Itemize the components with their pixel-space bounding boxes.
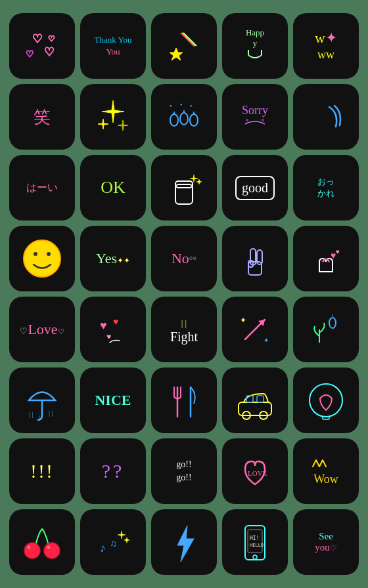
emoji-hai-jp[interactable]: はーい [9, 155, 75, 220]
svg-line-6 [183, 33, 196, 46]
emoji-car[interactable] [222, 368, 288, 433]
emoji-heart-light[interactable] [293, 368, 359, 433]
emoji-hearts-fly[interactable]: ♥ ♥ ♥ [80, 297, 146, 362]
emoji-laugh-jp[interactable]: 笑 [9, 84, 75, 150]
emoji-grid: ♡ ♡ ♡ ♡ Thank You You Happ y [0, 3, 368, 585]
svg-text:•: • [190, 102, 193, 110]
emoji-water-squirt[interactable] [293, 84, 359, 150]
good-text: good [235, 176, 275, 200]
svg-text:✦: ✦ [240, 316, 246, 325]
svg-point-41 [329, 318, 336, 328]
emoji-fork-knife[interactable] [151, 368, 217, 433]
svg-point-56 [310, 384, 342, 417]
emoji-music-sparkle[interactable]: ♪ ♫ [80, 509, 146, 575]
emoji-gogo[interactable]: go!!go!! [151, 438, 217, 504]
emoji-fist-sparkle[interactable] [151, 155, 217, 220]
emoji-sorry[interactable]: Sorry [222, 84, 288, 150]
svg-marker-10 [102, 100, 124, 123]
sorry-text: Sorry [242, 104, 268, 117]
svg-marker-12 [118, 120, 128, 131]
svg-marker-65 [118, 531, 126, 539]
svg-text:♥: ♥ [100, 319, 107, 332]
exclaim-text: !!! [30, 460, 54, 482]
wow-text: Wow [310, 472, 342, 486]
svg-rect-57 [323, 417, 329, 419]
svg-text:♫: ♫ [110, 539, 117, 549]
svg-marker-7 [170, 48, 183, 60]
svg-text:♡: ♡ [32, 32, 43, 45]
nice-text: NICE [95, 392, 131, 409]
emoji-water-plant[interactable] [293, 297, 359, 362]
svg-text:♪: ♪ [100, 541, 106, 555]
svg-point-15 [190, 114, 198, 126]
svg-text:♡: ♡ [44, 45, 55, 58]
emoji-cherry[interactable] [9, 509, 75, 575]
emoji-love[interactable]: ♡Love♡ [9, 297, 75, 362]
svg-text:♥: ♥ [336, 248, 340, 255]
emoji-heart-fingers[interactable]: ♥ ♥ [293, 226, 359, 291]
emoji-peace-hand[interactable] [222, 226, 288, 291]
emoji-umbrella[interactable]: | | | | | [9, 368, 75, 433]
svg-point-19 [246, 119, 248, 121]
svg-rect-53 [257, 396, 264, 402]
emoji-phone[interactable]: HI! HELLO [222, 509, 288, 575]
thank-you-text: Thank You [94, 35, 131, 45]
svg-text:| |: | | [29, 411, 34, 418]
emoji-love-heart[interactable]: LOVE [222, 438, 288, 504]
emoji-see-you[interactable]: See you♡ [293, 509, 359, 575]
emoji-yes[interactable]: Yes✦✦ [80, 226, 146, 291]
otsukare-jp-text: おっかれ [317, 176, 334, 200]
love-text: ♡Love♡ [20, 321, 64, 338]
emoji-lightning[interactable] [151, 509, 217, 575]
emoji-wow[interactable]: Wow [293, 438, 359, 504]
svg-text:♡: ♡ [26, 49, 34, 59]
emoji-no[interactable]: No°° [151, 226, 217, 291]
emoji-water-drops[interactable]: • • • [151, 84, 217, 150]
svg-point-14 [180, 113, 188, 125]
emoji-wow-w[interactable]: w✦ ww [293, 13, 359, 79]
svg-point-25 [24, 240, 60, 277]
emoji-exclaim[interactable]: !!! [9, 438, 75, 504]
see-you-text: See [315, 531, 337, 542]
ok-text: OK [101, 178, 126, 198]
happy-y-text: y [245, 38, 265, 49]
gogo-text: go!!go!! [176, 458, 191, 484]
svg-line-4 [181, 33, 194, 46]
svg-point-26 [34, 252, 37, 256]
laugh-jp-text: 笑 [34, 106, 51, 129]
svg-marker-67 [177, 526, 194, 562]
emoji-star-rainbow[interactable] [151, 13, 217, 79]
no-text: No°° [172, 250, 196, 267]
emoji-fight[interactable]: | |Fight [151, 297, 217, 362]
svg-point-61 [28, 546, 31, 549]
svg-text:•: • [180, 101, 183, 108]
svg-text:✦: ✦ [264, 337, 269, 344]
you-text: You [106, 47, 120, 56]
emoji-question[interactable]: ?? [80, 438, 146, 504]
svg-text:|: | [39, 414, 40, 421]
emoji-thank-you[interactable]: Thank You You [80, 13, 146, 79]
emoji-arrow-sparkle[interactable]: ✦ ✦ [222, 297, 288, 362]
svg-marker-24 [196, 179, 202, 184]
svg-point-27 [47, 252, 51, 256]
svg-point-72 [253, 555, 257, 559]
emoji-ok[interactable]: OK [80, 155, 146, 220]
svg-text:♥: ♥ [113, 317, 118, 327]
svg-text:HELLO: HELLO [250, 543, 264, 548]
emoji-good[interactable]: good [222, 155, 288, 220]
svg-point-62 [47, 546, 51, 549]
emoji-hearts[interactable]: ♡ ♡ ♡ ♡ [9, 13, 75, 79]
emoji-happy[interactable]: Happ y [222, 13, 288, 79]
svg-text:HI!: HI! [250, 536, 259, 541]
svg-marker-11 [98, 119, 108, 129]
emoji-smiley[interactable] [9, 226, 75, 291]
emoji-nice[interactable]: NICE [80, 368, 146, 433]
svg-text:♡: ♡ [48, 34, 55, 43]
question-text: ?? [102, 460, 125, 482]
yes-text: Yes✦✦ [96, 250, 130, 267]
emoji-sparkles[interactable] [80, 84, 146, 150]
svg-text:♥: ♥ [106, 332, 111, 341]
emoji-otsukare-jp[interactable]: おっかれ [293, 155, 359, 220]
happy-text: Happ [245, 28, 265, 38]
svg-text:LOVE: LOVE [248, 469, 267, 477]
